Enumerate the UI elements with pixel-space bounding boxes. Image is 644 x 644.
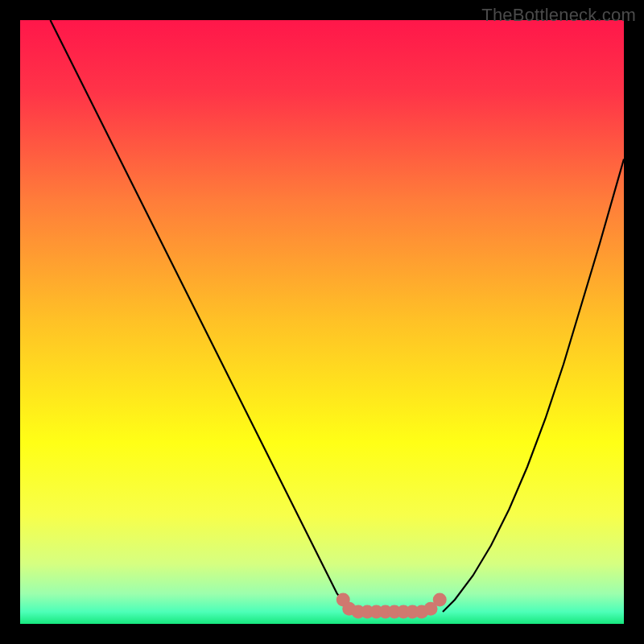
curve-left bbox=[51, 20, 353, 612]
marker-cluster bbox=[336, 593, 447, 619]
plot-area bbox=[20, 20, 624, 624]
curve-right bbox=[443, 159, 624, 613]
marker-dot bbox=[433, 593, 447, 607]
attribution-label: TheBottleneck.com bbox=[481, 5, 636, 26]
chart-frame: TheBottleneck.com bbox=[0, 0, 644, 644]
chart-overlay bbox=[20, 20, 624, 624]
